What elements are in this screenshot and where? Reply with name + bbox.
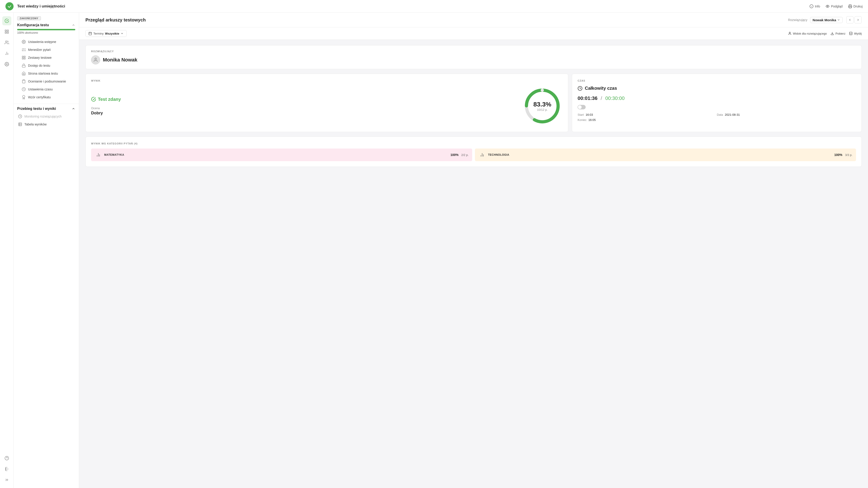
date-value: 2021-08-31 bbox=[725, 113, 740, 116]
sidebar-icon-chart[interactable] bbox=[2, 49, 11, 58]
sidebar-item-dostep[interactable]: Dostęp do testu bbox=[18, 62, 74, 69]
category-section: WYNIK WG KATEGORII PYTAŃ (4) MATEMATYKA … bbox=[86, 136, 862, 167]
send-button[interactable]: Wyślij bbox=[849, 32, 862, 35]
sidebar-icons bbox=[0, 13, 13, 488]
category-grid: MATEMATYKA 100% 2/2 p. TECHNOLOGIA bbox=[91, 149, 856, 161]
svg-rect-26 bbox=[22, 56, 23, 57]
home-icon bbox=[22, 71, 26, 75]
content-header: Przegląd arkuszy testowych Rozwiązujący … bbox=[79, 13, 868, 27]
chevron-right-icon bbox=[857, 18, 860, 22]
topbar-left: Test wiedzy i umiejętności bbox=[5, 2, 65, 10]
category-icon-technologia bbox=[478, 151, 486, 158]
solver-avatar bbox=[91, 55, 100, 64]
result-content: Test zdany Ocena Dobry bbox=[91, 86, 563, 126]
svg-rect-35 bbox=[19, 123, 22, 126]
toolbar: Terminy Wszystkie Widok dla rozwiązujące… bbox=[79, 27, 868, 40]
sidebar-icon-settings[interactable] bbox=[2, 60, 11, 69]
progress-label: 100% ukończono bbox=[17, 31, 75, 34]
status-badge: ZAKOŃCZONY bbox=[17, 16, 41, 20]
solver-full-name: Monika Nowak bbox=[103, 57, 137, 63]
time-values: 00:01:36 / 00:30:00 bbox=[578, 95, 856, 101]
resolver-dropdown[interactable]: Nowak Monika bbox=[810, 17, 843, 23]
time-toggle[interactable] bbox=[578, 105, 856, 110]
print-button[interactable]: Drukuj bbox=[848, 4, 863, 8]
time-start-row: Start 16:03 bbox=[578, 113, 717, 116]
svg-rect-8 bbox=[7, 32, 8, 33]
svg-point-9 bbox=[5, 41, 7, 42]
chevron-up2-icon bbox=[72, 107, 75, 111]
time-title-row: Całkowity czas bbox=[578, 86, 856, 91]
sidebar-item-strona[interactable]: Strona startowa testu bbox=[18, 70, 74, 77]
sidebar-icon-grid[interactable] bbox=[2, 27, 11, 36]
category-item-technologia: TECHNOLOGIA 100% 3/3 p. bbox=[475, 149, 856, 161]
time-total: 00:30:00 bbox=[605, 95, 625, 101]
time-title: Całkowity czas bbox=[585, 86, 617, 91]
bar-chart2-icon bbox=[480, 152, 485, 157]
check-circle-icon bbox=[91, 97, 96, 102]
category-right-matematyka: 100% 2/2 p. bbox=[451, 153, 469, 157]
category-header: WYNIK WG KATEGORII PYTAŃ (4) bbox=[91, 142, 856, 145]
progress-fill bbox=[17, 29, 75, 30]
eye-icon bbox=[826, 4, 830, 8]
sidebar-nav: ZAKOŃCZONY Konfiguracja testu 100% ukońc… bbox=[13, 13, 79, 488]
user-avatar-icon bbox=[93, 57, 98, 62]
time-end-row: Koniec 16:05 bbox=[578, 118, 717, 122]
next-arrow[interactable] bbox=[855, 16, 862, 24]
download-icon bbox=[831, 32, 834, 35]
sidebar-item-ocenianie[interactable]: Ocenianie i podsumowanie bbox=[18, 78, 74, 85]
sidebar-icon-help[interactable] bbox=[2, 454, 11, 463]
monitor-icon bbox=[18, 114, 22, 118]
svg-rect-27 bbox=[24, 56, 25, 57]
sidebar-section-title-results[interactable]: Przebieg testu i wyniki bbox=[13, 107, 79, 111]
prev-arrow[interactable] bbox=[846, 16, 854, 24]
sidebar-item-zestawy[interactable]: Zestawy testowe bbox=[18, 54, 74, 61]
clock-icon bbox=[22, 87, 26, 91]
chevron-up-icon bbox=[72, 23, 75, 27]
sidebar-item-ustawienia[interactable]: Ustawienia wstępne bbox=[18, 38, 74, 45]
preview-button[interactable]: Podgląd bbox=[826, 4, 842, 8]
svg-point-13 bbox=[6, 64, 7, 65]
svg-point-3 bbox=[827, 6, 828, 7]
date-label: Data bbox=[717, 113, 723, 116]
category-name-matematyka: MATEMATYKA bbox=[104, 153, 124, 156]
svg-point-46 bbox=[95, 58, 96, 60]
result-card: WYNIK Test zdany Ocena Dobry bbox=[86, 74, 568, 132]
time-separator: / bbox=[600, 95, 602, 101]
sidebar-icon-expand[interactable] bbox=[2, 475, 11, 484]
content-header-right: Rozwiązujący Nowak Monika bbox=[788, 16, 862, 24]
sidebar-bottom-icons bbox=[2, 454, 11, 484]
main-layout: ZAKOŃCZONY Konfiguracja testu 100% ukońc… bbox=[0, 13, 868, 488]
sidebar-icon-users[interactable] bbox=[2, 38, 11, 47]
start-value: 16:03 bbox=[586, 113, 593, 116]
svg-rect-7 bbox=[5, 32, 6, 33]
chevron-left-icon bbox=[848, 18, 851, 22]
download-button[interactable]: Pobierz bbox=[831, 32, 845, 35]
category-pct-matematyka: 100% bbox=[451, 153, 459, 157]
sidebar-item-menedzer[interactable]: Menedżer pytań bbox=[18, 46, 74, 54]
time-date-row: Data 2021-08-31 bbox=[717, 113, 856, 116]
time-details: Start 16:03 Data 2021-08-31 Koniec 16:05 bbox=[578, 113, 856, 122]
terms-dropdown[interactable]: Terminy Wszystkie bbox=[86, 30, 127, 37]
svg-rect-4 bbox=[849, 6, 851, 8]
result-section-label: WYNIK bbox=[91, 79, 563, 82]
category-item-left-technologia: TECHNOLOGIA bbox=[478, 151, 509, 158]
chevron-down-icon bbox=[121, 32, 124, 35]
sidebar-item-tabela[interactable]: Tabela wyników bbox=[14, 120, 78, 128]
category-icon-matematyka bbox=[95, 151, 102, 158]
toggle-track[interactable] bbox=[578, 105, 586, 110]
solver-card: ROZWIĄZUJĄCY Monika Nowak bbox=[86, 45, 862, 69]
sidebar-section-title-config[interactable]: Konfiguracja testu bbox=[17, 23, 75, 27]
sidebar-divider bbox=[13, 104, 79, 104]
award-icon bbox=[22, 95, 26, 99]
user-view-button[interactable]: Widok dla rozwiązującego bbox=[788, 32, 827, 35]
sidebar-item-monitoring[interactable]: Monitoring rozwiązujących bbox=[14, 113, 78, 120]
time-used: 00:01:36 bbox=[578, 95, 597, 101]
sidebar-item-czas[interactable]: Ustawienia czasu bbox=[18, 86, 74, 93]
sidebar-icon-check[interactable] bbox=[2, 16, 11, 25]
donut-points: 10/12 p. bbox=[533, 108, 551, 112]
toggle-thumb bbox=[578, 105, 582, 109]
sidebar-item-wzor[interactable]: Wzór certyfikatu bbox=[18, 93, 74, 101]
info-button[interactable]: Info bbox=[809, 4, 820, 8]
svg-rect-5 bbox=[5, 30, 6, 31]
sidebar-icon-back[interactable] bbox=[2, 464, 11, 474]
